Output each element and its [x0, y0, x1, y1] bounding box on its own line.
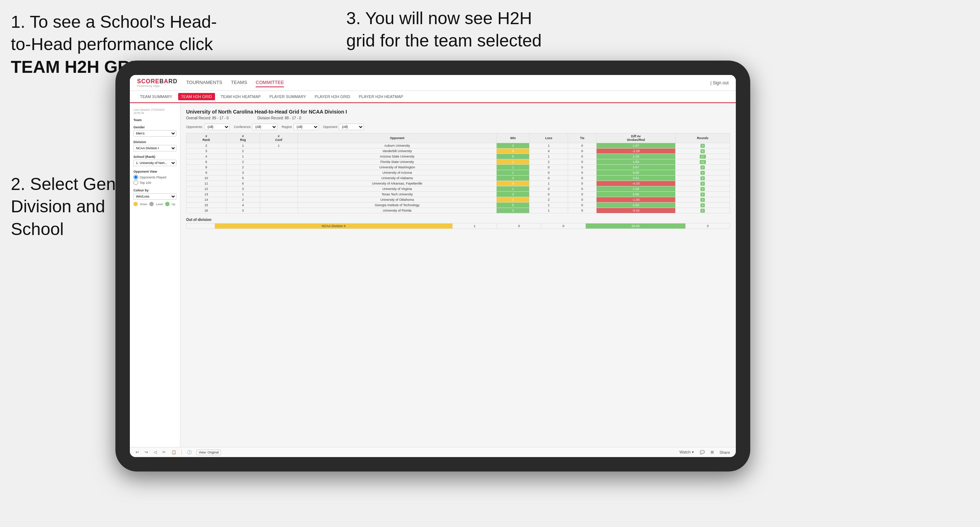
colour-dots: Down Level Up	[134, 202, 177, 206]
subnav-player-h2h-heatmap[interactable]: PLAYER H2H HEATMAP	[356, 93, 406, 100]
radio-top100[interactable]: Top 100	[134, 180, 177, 185]
dot-up	[165, 202, 170, 206]
dot-level	[150, 202, 154, 206]
filter-opponents: Opponents: (All)	[186, 124, 230, 130]
top-nav: SCOREBARD Powered by clippi TOURNAMENTS …	[130, 75, 736, 91]
region-filter-select[interactable]: (All)	[294, 124, 319, 130]
filter-conference: Conference (All)	[234, 124, 278, 130]
annotation-3: 3. You will now see H2H grid for the tea…	[346, 7, 606, 52]
redo-btn[interactable]: ↪	[143, 450, 150, 454]
radio-opponents-played[interactable]: Opponents Played	[134, 175, 177, 179]
out-of-division: Out of division NCAA Division II 1 0 0 2…	[186, 218, 730, 229]
filter-region: Region (All)	[282, 124, 319, 130]
timestamp: Last Updated: 27/03/2024 16:55:38	[134, 108, 177, 114]
main-content: Last Updated: 27/03/2024 16:55:38 Team G…	[130, 103, 736, 447]
subnav-team-h2h-grid[interactable]: TEAM H2H GRID	[178, 93, 215, 100]
nav-tournaments[interactable]: TOURNAMENTS	[186, 78, 222, 87]
team-section: Team	[134, 118, 177, 122]
out-of-division-table: NCAA Division II 1 0 0 26.00 3	[186, 223, 730, 229]
watch-btn[interactable]: Watch ▾	[678, 450, 695, 454]
opponent-view-section: Opponent View Opponents Played Top 100	[134, 170, 177, 185]
nav-items: TOURNAMENTS TEAMS COMMITTEE	[186, 78, 710, 87]
grid-btn[interactable]: ⊞	[709, 450, 715, 454]
subnav-player-summary[interactable]: PLAYER SUMMARY	[267, 93, 309, 100]
opponent-filter-select[interactable]: (All)	[339, 124, 364, 130]
out-of-div-row: NCAA Division II 1 0 0 26.00 3	[186, 224, 730, 229]
table-row: 13 1 Texas Tech University 3 0 0 5.56 9	[186, 192, 730, 197]
table-row: 6 2 Florida State University 1 2 0 1.83 …	[186, 159, 730, 165]
share-btn[interactable]: Share	[718, 450, 732, 454]
out-div-name: NCAA Division II	[215, 224, 453, 229]
sub-nav: TEAM SUMMARY TEAM H2H GRID TEAM H2H HEAT…	[130, 91, 736, 103]
dot-down	[134, 202, 138, 206]
subnav-team-summary[interactable]: TEAM SUMMARY	[137, 93, 175, 100]
nav-teams[interactable]: TEAMS	[231, 78, 247, 87]
division-select[interactable]: NCAA Division I	[134, 145, 177, 151]
col-tie: Tie	[568, 133, 596, 143]
clock-icon: 🕐	[185, 450, 193, 454]
sidebar: Last Updated: 27/03/2024 16:55:38 Team G…	[130, 103, 180, 447]
school-select[interactable]: 1. University of Nort...	[134, 160, 177, 166]
table-body: 2 1 1 Auburn University 2 1 0 1.67 9 3 2…	[186, 143, 730, 213]
col-rank: #Rank	[186, 133, 226, 143]
filter-opponent: Opponent (All)	[323, 124, 364, 130]
conference-filter-select[interactable]: (All)	[252, 124, 277, 130]
gender-select[interactable]: Men's	[134, 130, 177, 137]
table-row: 11 6 University of Arkansas, Fayettevill…	[186, 181, 730, 186]
grid-title: University of North Carolina Head-to-Hea…	[186, 109, 730, 114]
h2h-table: #Rank #Reg #Conf Opponent Win Loss Tie D…	[186, 133, 730, 213]
colour-section: Colour by Win/Loss Down Level Up	[134, 189, 177, 206]
table-row: 2 1 1 Auburn University 2 1 0 1.67 9	[186, 143, 730, 149]
sign-out[interactable]: | Sign out	[711, 80, 729, 86]
grid-records: Overall Record: 89 - 17 - 0 Division Rec…	[186, 116, 730, 120]
opponents-filter-select[interactable]: (All)	[205, 124, 230, 130]
table-row: 10 5 University of Alabama 3 0 0 2.61 8	[186, 176, 730, 181]
table-header-row: #Rank #Reg #Conf Opponent Win Loss Tie D…	[186, 133, 730, 143]
table-row: 15 4 Georgia Institute of Technology 5 1…	[186, 203, 730, 208]
table-row: 16 3 University of Florida 3 1 0 -6.42 9	[186, 208, 730, 213]
toolbar-right: Watch ▾ 💬 ⊞ Share	[678, 450, 732, 454]
col-opponent: Opponent	[298, 133, 496, 143]
undo-btn[interactable]: ↩	[134, 450, 140, 454]
table-row: 14 2 University of Oklahoma 1 2 0 -1.00 …	[186, 197, 730, 203]
col-conf: #Conf	[260, 133, 298, 143]
tablet-screen: SCOREBARD Powered by clippi TOURNAMENTS …	[130, 75, 736, 457]
nav-back-btn[interactable]: ◁	[152, 450, 158, 454]
radio-group: Opponents Played Top 100	[134, 175, 177, 185]
logo-text: SCOREBARD	[137, 78, 177, 84]
col-diff: Diff AvStrokes/Rnd	[596, 133, 675, 143]
view-original-btn[interactable]: View: Original	[196, 449, 221, 455]
table-row: 12 3 University of Virginia 1 0 0 2.33 3	[186, 186, 730, 192]
grid-area: University of North Carolina Head-to-Hea…	[180, 103, 736, 447]
division-section: Division NCAA Division I	[134, 140, 177, 151]
school-section: School (Rank) 1. University of Nort...	[134, 155, 177, 166]
subnav-team-h2h-heatmap[interactable]: TEAM H2H HEATMAP	[218, 93, 264, 100]
table-row: 8 2 University of Washington 1 0 0 3.67 …	[186, 165, 730, 170]
tablet: SCOREBARD Powered by clippi TOURNAMENTS …	[115, 60, 750, 471]
table-row: 3 2 Vanderbilt University 0 4 0 -2.29 8	[186, 149, 730, 154]
logo-area: SCOREBARD Powered by clippi	[137, 78, 177, 87]
comment-btn[interactable]: 💬	[698, 450, 706, 454]
gender-section: Gender Men's	[134, 125, 177, 137]
col-loss: Loss	[530, 133, 568, 143]
subnav-player-h2h-grid[interactable]: PLAYER H2H GRID	[312, 93, 353, 100]
col-reg: #Reg	[226, 133, 260, 143]
nav-committee[interactable]: COMMITTEE	[256, 78, 284, 87]
table-row: 9 3 University of Arizona 1 0 0 9.00 2	[186, 170, 730, 176]
col-rounds: Rounds	[676, 133, 730, 143]
filter-row: Opponents: (All) Conference (All) Region	[186, 124, 730, 130]
bottom-toolbar: ↩ ↪ ◁ ✂ 📋 🕐 View: Original Watch ▾ 💬 ⊞ S…	[130, 447, 736, 457]
cut-btn[interactable]: ✂	[161, 450, 167, 454]
colour-select[interactable]: Win/Loss	[134, 193, 177, 200]
table-row: 4 1 Arizona State University 5 1 0 2.29 …	[186, 154, 730, 159]
col-win: Win	[497, 133, 530, 143]
paste-btn[interactable]: 📋	[170, 450, 178, 454]
logo-sub: Powered by clippi	[137, 85, 177, 87]
